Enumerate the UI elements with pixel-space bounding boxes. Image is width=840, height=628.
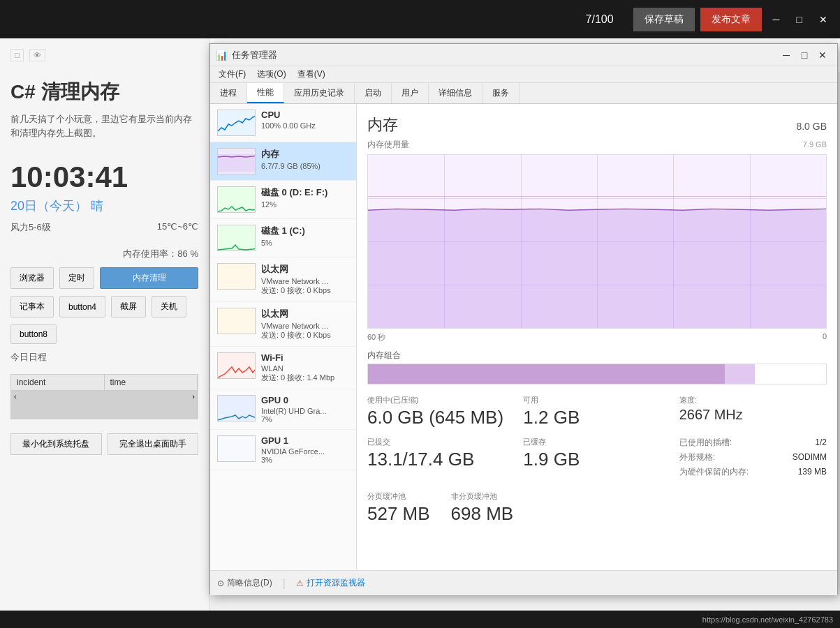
tab-users[interactable]: 用户 (392, 83, 429, 103)
sidebar-date: 20日（今天） 晴 (0, 197, 209, 218)
stat-cached-label: 已缓存 (523, 437, 670, 447)
resource-item-wifi[interactable]: Wi-Fi WLAN发送: 0 接收: 1.4 Mbp (210, 347, 356, 389)
graph-time-label: 60 秒 (367, 332, 385, 343)
temp-label: 15℃~6℃ (157, 221, 198, 234)
stat-cached-value: 1.9 GB (523, 449, 670, 470)
exit-desktop-button[interactable]: 完全退出桌面助手 (108, 433, 199, 455)
tm-brief-label: 简略信息(D) (227, 577, 272, 589)
tab-startup[interactable]: 启动 (355, 83, 392, 103)
scroll-right[interactable]: › (192, 392, 195, 401)
resource-item-gpu1[interactable]: GPU 1 NVIDIA GeForce...3% (210, 430, 356, 470)
eth0-resource-info: 以太网 VMware Network ...发送: 0 接收: 0 Kbps (261, 263, 349, 296)
button8[interactable]: button8 (10, 324, 57, 344)
sidebar-weather: 风力5-6级 15℃~6℃ (0, 218, 209, 244)
resource-item-eth0[interactable]: 以太网 VMware Network ...发送: 0 接收: 0 Kbps (210, 257, 356, 302)
gpu0-mini-chart (217, 395, 256, 421)
stat-available-value: 1.2 GB (523, 407, 670, 428)
resource-item-disk1[interactable]: 磁盘 1 (C:) 5% (210, 219, 356, 257)
tab-services[interactable]: 服务 (482, 83, 520, 103)
stat-committed: 已提交 13.1/17.4 GB (367, 437, 515, 481)
resource-item-disk0[interactable]: 磁盘 0 (D: E: F:) 12% (210, 181, 356, 219)
browser-button[interactable]: 浏览器 (10, 267, 54, 289)
tm-brief-info-button[interactable]: ⊙ 简略信息(D) (217, 577, 272, 589)
sidebar-expand-btn[interactable]: □ (10, 49, 24, 61)
wifi-detail: WLAN发送: 0 接收: 1.4 Mbp (261, 364, 349, 383)
tm-tabs: 进程 性能 应用历史记录 启动 用户 详细信息 服务 (210, 83, 837, 104)
stat-in-use-value: 6.0 GB (645 MB) (367, 407, 515, 428)
stat-available-label: 可用 (523, 395, 670, 405)
tab-details[interactable]: 详细信息 (429, 83, 482, 103)
mem-name: 内存 (261, 148, 349, 160)
stat-available: 可用 1.2 GB (523, 395, 670, 428)
scroll-left[interactable]: ‹ (14, 392, 17, 401)
task-manager-window: 📊 任务管理器 ─ □ ✕ 文件(F) 选项(O) 查看(V) 进程 性能 应用… (209, 43, 838, 595)
sidebar-bottom-buttons: 最小化到系统托盘 完全退出桌面助手 (0, 426, 209, 462)
tm-minimize-button[interactable]: ─ (777, 47, 795, 63)
mem-usage-label: 内存使用量 (367, 139, 409, 151)
svg-rect-3 (218, 436, 256, 462)
editor-maximize-button[interactable]: □ (791, 11, 808, 28)
schedule-col-incident: incident (11, 375, 105, 390)
tab-app-history[interactable]: 应用历史记录 (284, 83, 355, 103)
eth1-name: 以太网 (261, 308, 349, 320)
resource-item-eth1[interactable]: 以太网 VMware Network ...发送: 0 接收: 0 Kbps (210, 302, 356, 347)
timer-button[interactable]: 定时 (59, 267, 94, 289)
tm-window-title: 任务管理器 (232, 49, 777, 61)
paged-pool-label: 分页缓冲池 (367, 491, 430, 502)
minimize-tray-button[interactable]: 最小化到系统托盘 (10, 433, 102, 455)
schedule-body: ‹ › (11, 391, 198, 419)
schedule-col-time: time (105, 375, 198, 390)
disk1-detail: 5% (261, 239, 349, 247)
non-paged-group: 非分页缓冲池 698 MB (451, 491, 514, 525)
sidebar-schedule: incident time ‹ › (10, 374, 198, 419)
mem-composition-label: 内存组合 (367, 350, 827, 361)
tm-menu-options[interactable]: 选项(O) (251, 67, 291, 82)
tm-menu-file[interactable]: 文件(F) (213, 67, 251, 82)
tm-maximize-button[interactable]: □ (795, 47, 813, 63)
editor-close-button[interactable]: ✕ (813, 11, 833, 28)
stat-slots-value: 1/2 (815, 438, 827, 447)
mem-clean-button[interactable]: 内存清理 (100, 267, 198, 289)
graph-zero-label: 0 (823, 332, 827, 343)
tab-process[interactable]: 进程 (210, 83, 247, 103)
gpu0-detail: Intel(R) UHD Gra...7% (261, 407, 349, 424)
screenshot-button[interactable]: 截屏 (111, 296, 146, 317)
tm-close-button[interactable]: ✕ (813, 47, 832, 63)
editor-counter: 7/100 (586, 13, 614, 26)
editor-minimize-button[interactable]: ─ (767, 11, 786, 28)
stat-in-use: 使用中(已压缩) 6.0 GB (645 MB) (367, 395, 515, 428)
resource-item-gpu0[interactable]: GPU 0 Intel(R) UHD Gra...7% (210, 389, 356, 430)
schedule-scroll: ‹ › (11, 391, 198, 402)
notepad-button[interactable]: 记事本 (10, 296, 54, 317)
eth0-name: 以太网 (261, 263, 349, 276)
mem-pool-stats: 分页缓冲池 527 MB 非分页缓冲池 698 MB (367, 491, 827, 525)
stat-form-label: 外形规格: (679, 451, 715, 463)
shutdown-button[interactable]: 关机 (152, 296, 186, 317)
schedule-header: incident time (11, 375, 198, 391)
resource-item-cpu[interactable]: CPU 100% 0.00 GHz (210, 104, 356, 142)
sidebar-eye-btn[interactable]: 👁 (29, 49, 45, 61)
sidebar-row3: button8 (0, 321, 209, 347)
tm-menu-view[interactable]: 查看(V) (292, 67, 331, 82)
statusbar: https://blog.csdn.net/weixin_42762783 (0, 611, 840, 628)
resource-item-memory[interactable]: 内存 6.7/7.9 GB (85%) (210, 142, 356, 181)
stat-speed-value: 2667 MHz (679, 407, 827, 423)
save-draft-button[interactable]: 保存草稿 (633, 8, 695, 31)
tm-titlebar: 📊 任务管理器 ─ □ ✕ (210, 44, 837, 66)
cpu-detail: 100% 0.00 GHz (261, 121, 349, 130)
tm-monitor-label: 打开资源监视器 (307, 577, 365, 589)
tab-performance[interactable]: 性能 (247, 83, 284, 103)
tm-separator: | (283, 577, 286, 590)
disk0-mini-chart (217, 186, 256, 213)
stat-slots-label: 已使用的插槽: (679, 437, 732, 449)
cpu-resource-info: CPU 100% 0.00 GHz (261, 110, 349, 130)
sidebar-article-subtitle: 前几天搞了个小玩意，里边它有显示当前内存和清理内存先上截图。 (0, 112, 209, 150)
stat-committed-value: 13.1/17.4 GB (367, 449, 515, 470)
button4[interactable]: button4 (59, 296, 105, 317)
svg-rect-1 (218, 264, 256, 290)
eth1-mini-chart (217, 308, 256, 334)
disk0-resource-info: 磁盘 0 (D: E: F:) 12% (261, 186, 349, 209)
sidebar-article-title: C# 清理内存 (0, 65, 209, 112)
publish-button[interactable]: 发布文章 (700, 8, 762, 31)
tm-monitor-button[interactable]: ⚠ 打开资源监视器 (296, 577, 365, 589)
